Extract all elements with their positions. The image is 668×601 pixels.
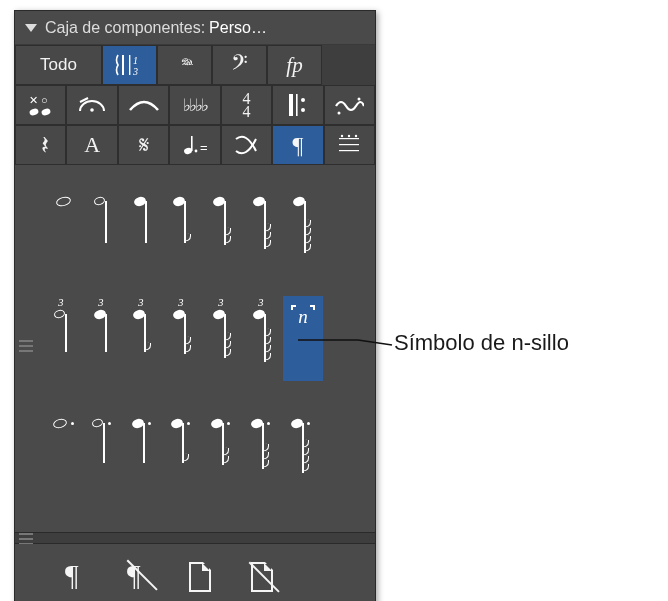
svg-text:1: 1 bbox=[133, 55, 138, 66]
svg-point-17 bbox=[195, 150, 198, 153]
n-tuplet-label: n bbox=[298, 306, 308, 328]
pilcrow-symbol[interactable]: ¶ bbox=[65, 558, 103, 600]
svg-rect-1 bbox=[129, 55, 130, 75]
svg-point-6 bbox=[29, 108, 39, 117]
svg-text:3: 3 bbox=[132, 66, 138, 77]
svg-text:=: = bbox=[200, 140, 208, 155]
filter-repeat-button[interactable] bbox=[272, 85, 323, 125]
svg-point-8 bbox=[90, 108, 94, 112]
callout-label: Símbolo de n-sillo bbox=[394, 330, 569, 356]
filter-pedal-button[interactable]: 𝆮 bbox=[157, 45, 212, 85]
triplet-quarter[interactable]: 3 bbox=[83, 296, 123, 381]
filter-segno-button[interactable]: 𝄋 bbox=[118, 125, 169, 165]
dotted-thirtysecond[interactable] bbox=[243, 407, 283, 492]
toolbar-row-3: 𝄽 A 𝄋 = ¶ bbox=[15, 125, 375, 165]
filter-fermata-button[interactable] bbox=[66, 85, 117, 125]
symbol-row-dotted bbox=[43, 407, 363, 492]
triplet-half[interactable]: 3 bbox=[43, 296, 83, 381]
filter-all-button[interactable]: Todo bbox=[15, 45, 102, 85]
triplet-sixteenth[interactable]: 3 bbox=[163, 296, 203, 381]
svg-rect-9 bbox=[289, 94, 293, 116]
panel-header[interactable]: Caja de componentes: Perso… bbox=[15, 11, 375, 45]
dotted-quarter[interactable] bbox=[123, 407, 163, 492]
filter-swap-button[interactable] bbox=[221, 125, 272, 165]
note-half[interactable] bbox=[83, 185, 123, 270]
filter-layout-button[interactable]: ¶ bbox=[272, 125, 323, 165]
note-sixteenth[interactable] bbox=[203, 185, 243, 270]
note-sixtyfourth[interactable] bbox=[283, 185, 323, 270]
svg-point-7 bbox=[41, 108, 51, 117]
filter-text-button[interactable]: A bbox=[66, 125, 117, 165]
svg-rect-20 bbox=[339, 144, 359, 145]
svg-rect-21 bbox=[339, 150, 359, 151]
filter-slur-button[interactable] bbox=[118, 85, 169, 125]
svg-point-22 bbox=[341, 135, 343, 137]
disclosure-triangle-icon[interactable] bbox=[25, 24, 37, 32]
symbol-row-plain bbox=[43, 185, 363, 270]
component-box-panel: Caja de componentes: Perso… Todo 13 𝆮 𝄢 … bbox=[14, 10, 376, 601]
filter-bass-clef-button[interactable]: 𝄢 bbox=[212, 45, 267, 85]
filter-clef-button[interactable]: 13 bbox=[102, 45, 157, 85]
toolbar-row-1: Todo 13 𝆮 𝄢 fp bbox=[15, 45, 375, 85]
svg-point-11 bbox=[301, 98, 305, 102]
svg-point-23 bbox=[348, 135, 350, 137]
n-tuplet-symbol[interactable]: n bbox=[283, 296, 323, 381]
filter-dynamics-button[interactable]: fp bbox=[267, 45, 322, 85]
bottom-symbol-row: ¶ ¶ bbox=[15, 544, 375, 601]
toolbar-row-2: ✕○ ♭♭♭♭ 44 bbox=[15, 85, 375, 125]
filter-timesig-button[interactable]: 44 bbox=[221, 85, 272, 125]
svg-text:✕: ✕ bbox=[29, 94, 38, 106]
filter-ornament-button[interactable] bbox=[324, 85, 375, 125]
filter-note-equals-button[interactable]: = bbox=[169, 125, 220, 165]
svg-point-12 bbox=[301, 108, 305, 112]
note-eighth[interactable] bbox=[163, 185, 203, 270]
svg-rect-0 bbox=[122, 55, 124, 75]
filter-accidentals-button[interactable]: ♭♭♭♭ bbox=[169, 85, 220, 125]
svg-point-24 bbox=[355, 135, 357, 137]
note-whole[interactable] bbox=[43, 185, 83, 270]
svg-text:○: ○ bbox=[41, 94, 48, 106]
filter-chord-button[interactable]: ✕○ bbox=[15, 85, 66, 125]
dotted-whole[interactable] bbox=[43, 407, 83, 492]
note-quarter[interactable] bbox=[123, 185, 163, 270]
dotted-sixtyfourth[interactable] bbox=[283, 407, 323, 492]
triplet-thirtysecond[interactable]: 3 bbox=[203, 296, 243, 381]
pilcrow-slash-symbol[interactable]: ¶ bbox=[127, 558, 165, 600]
svg-rect-16 bbox=[191, 136, 193, 151]
dotted-half[interactable] bbox=[83, 407, 123, 492]
dotted-sixteenth[interactable] bbox=[203, 407, 243, 492]
filter-grid-button[interactable] bbox=[324, 125, 375, 165]
svg-rect-10 bbox=[296, 94, 298, 116]
svg-point-13 bbox=[338, 112, 341, 115]
symbol-grid: 3 3 3 3 3 bbox=[15, 165, 375, 532]
svg-rect-19 bbox=[339, 138, 359, 139]
triplet-sixtyfourth[interactable]: 3 bbox=[243, 296, 283, 381]
resize-handle-icon[interactable] bbox=[19, 340, 33, 352]
preset-name[interactable]: Perso… bbox=[209, 19, 267, 37]
svg-point-14 bbox=[358, 98, 361, 101]
triplet-eighth[interactable]: 3 bbox=[123, 296, 163, 381]
dotted-eighth[interactable] bbox=[163, 407, 203, 492]
filter-rest-button[interactable]: 𝄽 bbox=[15, 125, 66, 165]
symbol-row-tuplets: 3 3 3 3 3 bbox=[43, 296, 363, 381]
page-symbol[interactable] bbox=[189, 558, 227, 600]
note-thirtysecond[interactable] bbox=[243, 185, 283, 270]
panel-title: Caja de componentes: bbox=[45, 19, 205, 37]
divider-bar[interactable] bbox=[15, 532, 375, 544]
page-slash-symbol[interactable] bbox=[251, 558, 289, 600]
